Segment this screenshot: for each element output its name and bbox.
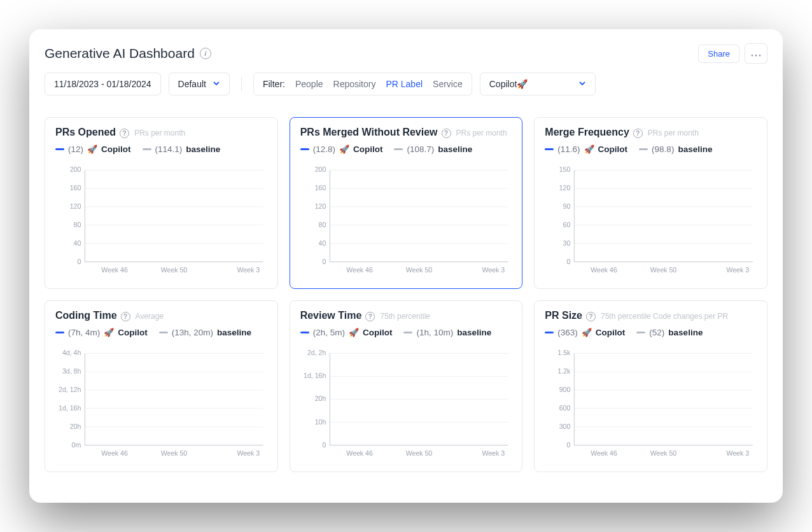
svg-text:150: 150 [559, 165, 571, 173]
swatch-icon [143, 148, 151, 150]
svg-text:900: 900 [559, 386, 571, 393]
swatch-icon [55, 148, 64, 150]
svg-text:0: 0 [322, 441, 326, 449]
svg-text:600: 600 [559, 404, 571, 412]
svg-text:Week 3: Week 3 [727, 266, 750, 274]
svg-text:120: 120 [70, 202, 81, 210]
help-icon[interactable]: ? [365, 312, 375, 321]
filter-pill: Filter: People Repository PR Label Servi… [253, 73, 472, 95]
legend-value: (114.1) [155, 144, 183, 154]
rocket-icon: 🚀 [87, 144, 97, 154]
legend-baseline: (1h, 10m)baseline [403, 328, 491, 337]
chart-card-review_time[interactable]: Review Time?75th percentile(2h, 5m)🚀Copi… [290, 300, 523, 472]
svg-text:1.5k: 1.5k [558, 349, 571, 356]
legend-baseline: (108.7)baseline [394, 144, 472, 154]
svg-text:Week 3: Week 3 [727, 449, 750, 457]
legend-value: (108.7) [407, 144, 434, 154]
legend-value: (1h, 10m) [416, 328, 453, 337]
card-title: Review Time [300, 310, 362, 321]
legend-baseline: (114.1)baseline [143, 144, 221, 154]
label-select[interactable]: Copilot🚀 [480, 73, 596, 95]
chart-svg: 0306090120150Week 46Week 50Week 3 [545, 158, 757, 282]
svg-text:Week 3: Week 3 [482, 266, 505, 274]
card-title: Coding Time [55, 310, 117, 321]
legend: (12.8)🚀Copilot(108.7)baseline [300, 144, 512, 154]
svg-text:Week 50: Week 50 [405, 449, 432, 457]
help-icon[interactable]: ? [633, 129, 643, 138]
legend-label: baseline [186, 144, 220, 154]
svg-text:Week 46: Week 46 [101, 266, 128, 274]
svg-text:Week 46: Week 46 [591, 266, 618, 274]
legend-value: (12) [68, 144, 83, 154]
swatch-icon [159, 332, 168, 333]
svg-text:90: 90 [563, 202, 571, 210]
legend-label: Copilot [101, 144, 131, 154]
svg-text:Week 50: Week 50 [650, 266, 677, 274]
legend-value: (12.8) [313, 144, 335, 154]
help-icon[interactable]: ? [120, 129, 129, 138]
svg-point-1 [755, 54, 757, 56]
svg-text:Week 3: Week 3 [237, 266, 260, 274]
chart-card-coding_time[interactable]: Coding Time?Average(7h, 4m)🚀Copilot(13h,… [45, 300, 278, 472]
info-icon[interactable]: i [200, 48, 211, 59]
swatch-icon [55, 332, 64, 333]
svg-text:Week 46: Week 46 [346, 449, 373, 457]
svg-text:Week 3: Week 3 [482, 449, 505, 457]
chart-card-prs_merged_noreview[interactable]: PRs Merged Without Review?PRs per month(… [290, 117, 523, 289]
card-subtitle: 75th percentile Code changes per PR [601, 312, 728, 321]
filter-option-people[interactable]: People [295, 79, 323, 89]
legend: (12)🚀Copilot(114.1)baseline [55, 144, 267, 154]
legend-value: (7h, 4m) [68, 328, 100, 337]
card-subtitle: PRs per month [648, 129, 699, 137]
share-button[interactable]: Share [698, 45, 739, 63]
chart-area: 0m20h1d, 16h2d, 12h3d, 8h4d, 4hWeek 46We… [55, 341, 267, 465]
svg-text:10h: 10h [314, 418, 326, 426]
svg-point-0 [752, 54, 753, 56]
svg-text:Week 50: Week 50 [650, 449, 677, 457]
svg-point-2 [759, 54, 761, 56]
legend-baseline: (13h, 20m)baseline [159, 328, 251, 337]
svg-text:2d, 2h: 2d, 2h [307, 349, 326, 356]
filter-option-service[interactable]: Service [433, 79, 463, 89]
svg-text:0m: 0m [72, 441, 81, 449]
help-icon[interactable]: ? [586, 312, 596, 321]
help-icon[interactable]: ? [121, 312, 130, 321]
svg-text:40: 40 [74, 239, 81, 247]
filter-option-pr-label[interactable]: PR Label [386, 79, 423, 89]
help-icon[interactable]: ? [442, 129, 451, 138]
svg-text:120: 120 [559, 184, 571, 192]
legend-value: (52) [649, 328, 664, 337]
rocket-icon: 🚀 [349, 328, 359, 337]
more-button[interactable] [745, 43, 767, 64]
chart-svg: 010h20h1d, 16h2d, 2hWeek 46Week 50Week 3 [300, 341, 512, 465]
svg-text:Week 46: Week 46 [101, 449, 128, 457]
svg-text:Week 50: Week 50 [161, 449, 188, 457]
chart-card-pr_size[interactable]: PR Size?75th percentile Code changes per… [534, 300, 767, 472]
divider [241, 77, 242, 91]
legend-copilot: (12)🚀Copilot [55, 144, 131, 154]
legend: (7h, 4m)🚀Copilot(13h, 20m)baseline [55, 328, 267, 337]
swatch-icon [636, 332, 645, 333]
svg-text:3d, 8h: 3d, 8h [62, 367, 81, 375]
chart-svg: 03006009001.2k1.5kWeek 46Week 50Week 3 [545, 341, 757, 465]
date-range-picker[interactable]: 11/18/2023 - 01/18/2024 [45, 73, 161, 95]
filter-option-repository[interactable]: Repository [333, 79, 376, 89]
chart-card-merge_frequency[interactable]: Merge Frequency?PRs per month(11.6)🚀Copi… [534, 117, 767, 289]
swatch-icon [639, 148, 648, 150]
legend-copilot: (12.8)🚀Copilot [300, 144, 383, 154]
rocket-icon: 🚀 [339, 144, 349, 154]
svg-text:160: 160 [70, 184, 81, 192]
svg-text:300: 300 [559, 423, 571, 430]
legend-baseline: (52)baseline [636, 328, 703, 337]
card-title: PRs Opened [55, 127, 116, 138]
card-title: Merge Frequency [545, 127, 629, 138]
default-select[interactable]: Default [169, 73, 230, 95]
legend-copilot: (363)🚀Copilot [545, 328, 625, 337]
svg-text:20h: 20h [70, 423, 81, 430]
legend: (363)🚀Copilot(52)baseline [545, 328, 757, 337]
legend-label: Copilot [353, 144, 383, 154]
legend-label: baseline [217, 328, 251, 337]
svg-text:160: 160 [314, 184, 326, 192]
controls-row: 11/18/2023 - 01/18/2024 Default Filter: … [45, 73, 767, 95]
chart-card-prs_opened[interactable]: PRs Opened?PRs per month(12)🚀Copilot(114… [45, 117, 278, 289]
